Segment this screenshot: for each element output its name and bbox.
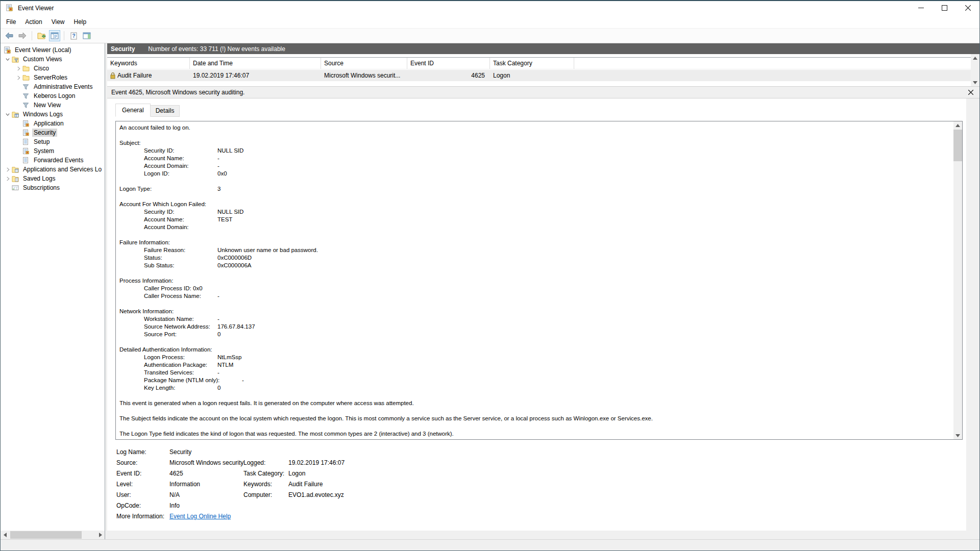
property-label: Source: [116,459,169,466]
menu-bar: FileActionViewHelp [1,15,979,28]
menu-file[interactable]: File [2,16,20,28]
event-property-row: More Information:Event Log Online Help [116,511,963,521]
sidebar-item-custom-views[interactable]: Custom Views [1,55,105,64]
sidebar-item-label: Administrative Events [32,83,94,91]
chevron-placeholder [14,120,22,127]
help-icon[interactable]: ? [68,30,79,41]
window-controls [909,1,979,15]
column-header-task-category[interactable]: Task Category [490,58,574,69]
sidebar-item-applications-and-services-lo[interactable]: Applications and Services Lo [1,165,105,174]
chevron-placeholder [14,84,22,90]
scroll-right-arrow[interactable] [96,531,105,539]
toolbar-separator [32,31,32,40]
subscriptions-icon [12,184,20,191]
scroll-up-arrow[interactable] [971,54,979,62]
chevron-collapsed-icon[interactable] [4,166,12,172]
scrollbar-thumb[interactable] [953,130,962,161]
chevron-collapsed-icon[interactable] [4,176,12,182]
open-saved-log-icon[interactable] [36,30,47,41]
chevron-placeholder [14,157,22,163]
event-log-online-help-link[interactable]: Event Log Online Help [169,513,231,520]
sidebar-item-label: Cisco [32,64,51,72]
description-vertical-scrollbar[interactable] [953,121,962,439]
saved-logs-icon [12,175,20,182]
property-label: Computer: [243,491,288,498]
event-property-row: Log Name:Security [116,446,963,457]
property-value: Event Log Online Help [169,513,243,520]
toolbar: ? [1,28,979,43]
event-table-vertical-scrollbar[interactable] [971,54,979,86]
table-row[interactable]: Audit Failure19.02.2019 17:46:07Microsof… [107,70,971,81]
sidebar-item-security[interactable]: Security [1,128,105,137]
event-property-row: Event ID:4625Task Category:Logon [116,468,963,479]
maximize-button[interactable] [933,1,956,15]
forward-icon[interactable] [17,30,28,41]
action-pane-icon[interactable] [81,30,92,41]
sidebar-item-subscriptions[interactable]: Subscriptions [1,183,105,192]
sidebar-item-system[interactable]: System [1,146,105,156]
sidebar-horizontal-scrollbar[interactable] [1,531,105,539]
maximize-icon [942,4,947,13]
event-property-row: User:N/AComputer:EVO1.ad.evotec.xyz [116,489,963,500]
sidebar-item-new-view[interactable]: New View [1,101,105,110]
event-description-box: An account failed to log on. Subject: Se… [115,121,963,440]
sidebar-item-forwarded-events[interactable]: Forwarded Events [1,156,105,165]
tab-general[interactable]: General [115,104,151,117]
sidebar-item-label: Saved Logs [21,174,57,183]
scrollbar-thumb[interactable] [10,531,82,539]
sidebar-item-saved-logs[interactable]: Saved Logs [1,174,105,183]
sidebar-item-label: ServerRoles [32,73,69,82]
property-value: 19.02.2019 17:46:07 [288,459,963,466]
scroll-left-arrow[interactable] [1,531,9,539]
chevron-expanded-icon[interactable] [4,111,12,117]
log-summary: Number of events: 33 711 (!) New events … [148,45,285,53]
scroll-down-arrow[interactable] [953,432,962,439]
property-value: Logon [288,470,963,477]
event-list-zone: KeywordsDate and TimeSourceEvent IDTask … [107,54,979,86]
sidebar-item-cisco[interactable]: Cisco [1,64,105,73]
sidebar-item-keberos-logon[interactable]: Keberos Logon [1,91,105,101]
scroll-down-arrow[interactable] [971,79,979,86]
back-icon[interactable] [4,30,15,41]
sidebar-item-setup[interactable]: Setup [1,137,105,146]
property-value: N/A [169,491,243,498]
column-header-event-id[interactable]: Event ID [407,58,490,69]
event-tabs: General Details [115,104,963,117]
property-value: Info [169,502,243,509]
menu-help[interactable]: Help [69,16,91,28]
column-header-source[interactable]: Source [321,58,407,69]
sidebar-item-administrative-events[interactable]: Administrative Events [1,82,105,91]
status-bar [1,539,979,550]
log-header-band: Security Number of events: 33 711 (!) Ne… [107,43,979,54]
cell-keywords: Audit Failure [107,70,190,81]
custom-views-icon [12,56,20,63]
sidebar-item-label: Application [32,119,65,128]
sidebar-item-serverroles[interactable]: ServerRoles [1,73,105,82]
cell-date-and-time: 19.02.2019 17:46:07 [190,70,321,81]
sidebar-item-event-viewer-local[interactable]: Event Viewer (Local) [1,45,105,55]
audit-lock-icon [110,72,115,79]
column-header-keywords[interactable]: Keywords [107,58,190,69]
scrollbar-track[interactable] [9,531,96,539]
folder-icon [22,65,31,72]
chevron-expanded-icon[interactable] [4,56,12,62]
scroll-up-arrow[interactable] [953,121,962,129]
sidebar-item-application[interactable]: Application [1,119,105,128]
folder-icon [22,74,31,81]
sidebar-item-label: Keberos Logon [32,92,77,100]
tab-details[interactable]: Details [150,105,180,117]
menu-view[interactable]: View [47,16,69,28]
chevron-collapsed-icon[interactable] [14,74,22,81]
sidebar-item-label: System [32,147,56,155]
menu-action[interactable]: Action [20,16,46,28]
close-button[interactable] [956,1,979,15]
chevron-collapsed-icon[interactable] [14,65,22,71]
filter-icon [22,83,31,90]
console-tree-icon[interactable] [49,30,60,41]
minimize-button[interactable] [909,1,933,15]
column-header-date-and-time[interactable]: Date and Time [190,58,321,69]
sidebar-item-windows-logs[interactable]: Windows Logs [1,110,105,119]
window-body: Event Viewer (Local)Custom ViewsCiscoSer… [1,43,979,539]
close-event-details-button[interactable] [968,90,973,95]
event-details-title: Event 4625, Microsoft Windows security a… [111,89,244,96]
